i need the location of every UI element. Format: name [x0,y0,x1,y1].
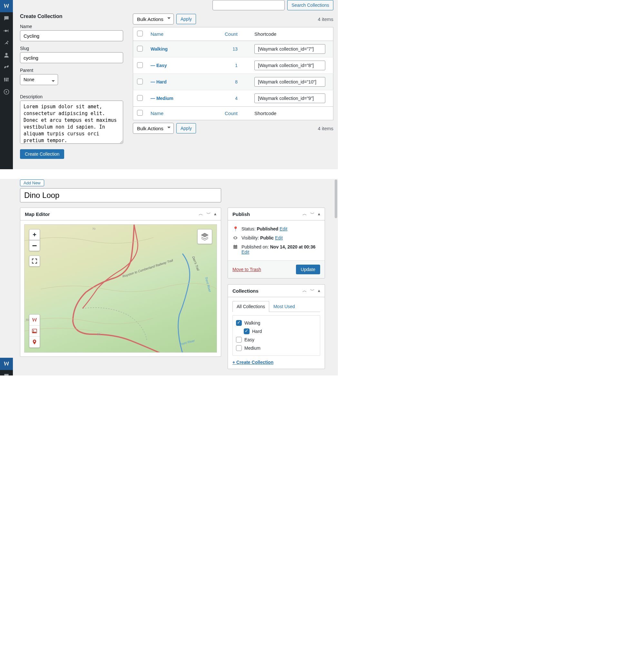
col-name-footer[interactable]: Name [150,110,163,116]
caret-up-icon[interactable]: ▴ [214,211,216,217]
search-collections-button[interactable]: Search Collections [287,0,333,10]
tool-marker-icon[interactable] [29,337,40,348]
map-title-input[interactable] [20,188,221,203]
create-collection-button[interactable]: Create Collection [20,149,64,159]
col-count-footer[interactable]: Count [225,110,237,116]
collection-checkbox[interactable] [236,345,242,351]
row-checkbox[interactable] [137,46,143,52]
svg-rect-4 [4,79,5,80]
chevron-down-icon[interactable]: ﹀ [206,211,211,217]
add-new-button[interactable]: Add New [20,179,44,186]
collection-checkbox-label: Medium [245,346,261,351]
collection-checkbox-item: Hard [244,327,317,335]
search-collections-input[interactable] [212,0,285,10]
collection-checkbox[interactable] [236,320,242,326]
collection-count-link[interactable]: 8 [235,79,237,84]
menu-collapse-icon[interactable] [0,86,13,98]
row-checkbox[interactable] [137,79,143,84]
shortcode-value[interactable]: [Waymark collection_id="8"] [254,61,325,70]
items-count-top: 4 items [318,16,333,22]
table-row: — Easy 1 [Waymark collection_id="8"] [133,57,333,74]
bulk-actions-select-top[interactable]: Bulk Actions [133,13,174,24]
scrollbar[interactable] [335,179,337,218]
slug-input[interactable] [20,52,123,63]
col-name-header[interactable]: Name [150,31,163,37]
collection-count-link[interactable]: 4 [235,96,237,101]
row-checkbox[interactable] [137,62,143,68]
tab-all-collections[interactable]: All Collections [232,301,269,312]
select-all-checkbox-bottom[interactable] [137,110,143,116]
map-label-railway: Royston to Cumberland Railway Trail [122,258,174,278]
collection-checkbox[interactable] [244,328,250,334]
caret-up-icon[interactable]: ▴ [318,211,320,217]
move-to-trash-link[interactable]: Move to Trash [232,267,261,272]
collection-count-link[interactable]: 1 [235,63,237,68]
apply-button-bottom[interactable]: Apply [176,123,196,134]
collection-checkbox-label: Walking [245,320,260,325]
svg-rect-20 [234,245,234,245]
shortcode-value[interactable]: [Waymark collection_id="7"] [254,44,325,54]
apply-button-top[interactable]: Apply [176,14,196,24]
published-value: Nov 14, 2020 at 00:36 [270,244,316,249]
update-button[interactable]: Update [296,265,320,274]
menu-appearance-icon[interactable] [0,37,13,49]
collection-count-link[interactable]: 13 [232,47,237,52]
collection-checkbox-label: Easy [245,337,254,342]
row-checkbox[interactable] [137,95,143,101]
chevron-up-icon[interactable]: ︿ [199,211,203,217]
visibility-value: Public [260,235,274,240]
collection-name-link[interactable]: — Medium [150,96,174,101]
zoom-out-button[interactable]: − [29,240,40,251]
fullscreen-button[interactable] [29,255,40,267]
map-contour-70: 70 [92,227,95,230]
edit-visibility-link[interactable]: Edit [275,235,283,240]
items-count-bottom: 4 items [318,126,333,131]
menu-users-icon[interactable] [0,49,13,61]
menu-tools-icon[interactable] [0,61,13,73]
chevron-down-icon[interactable]: ﹀ [310,211,315,217]
layers-button[interactable] [197,229,212,244]
svg-rect-6 [7,78,9,79]
caret-up-icon[interactable]: ▴ [318,288,320,294]
description-label: Description [20,94,123,99]
map-label-dans: Dan's Trail [192,256,200,272]
tab-most-used[interactable]: Most Used [269,301,299,312]
select-all-checkbox-top[interactable] [137,30,143,36]
slug-label: Slug [20,46,123,51]
collections-heading: Collections [232,288,259,294]
name-input[interactable] [20,30,123,41]
menu-pin-icon[interactable] [0,24,13,37]
collection-checkbox-label: Hard [252,329,262,334]
menu-waymark-icon[interactable] [0,0,13,12]
menu-settings-icon[interactable] [0,73,13,86]
status-value: Published [257,226,278,231]
map-label-trent: Trent River [204,277,212,293]
create-collection-link[interactable]: + Create Collection [232,360,273,365]
collection-checkbox[interactable] [236,337,242,343]
edit-status-link[interactable]: Edit [279,226,287,231]
chevron-down-icon[interactable]: ﹀ [310,288,315,294]
menu-comments-icon[interactable] [0,370,13,375]
collection-name-link[interactable]: — Easy [150,63,167,68]
tool-image-icon[interactable] [29,325,40,337]
collection-name-link[interactable]: Walking [150,47,167,52]
chevron-up-icon[interactable]: ︿ [302,211,307,217]
bulk-actions-select-bottom[interactable]: Bulk Actions [133,123,174,134]
chevron-up-icon[interactable]: ︿ [302,288,307,294]
menu-waymark-icon[interactable] [0,358,13,370]
tool-waymark-icon[interactable] [29,314,40,325]
map-contour-90b: 90 [97,332,100,336]
collection-name-link[interactable]: — Hard [150,79,167,84]
status-label: Status: [242,226,257,231]
shortcode-value[interactable]: [Waymark collection_id="10"] [254,77,325,87]
col-count-header[interactable]: Count [225,31,237,37]
shortcode-value[interactable]: [Waymark collection_id="9"] [254,93,325,103]
parent-label: Parent [20,68,123,73]
svg-point-17 [33,330,34,331]
menu-comments-icon[interactable] [0,12,13,24]
zoom-in-button[interactable]: + [29,229,40,240]
edit-date-link[interactable]: Edit [242,249,249,254]
description-textarea[interactable]: Lorem ipsum dolor sit amet, consectetur … [20,100,123,144]
map-canvas[interactable]: Royston to Cumberland Railway Trail Tren… [24,224,217,353]
parent-select[interactable]: None [20,74,58,85]
